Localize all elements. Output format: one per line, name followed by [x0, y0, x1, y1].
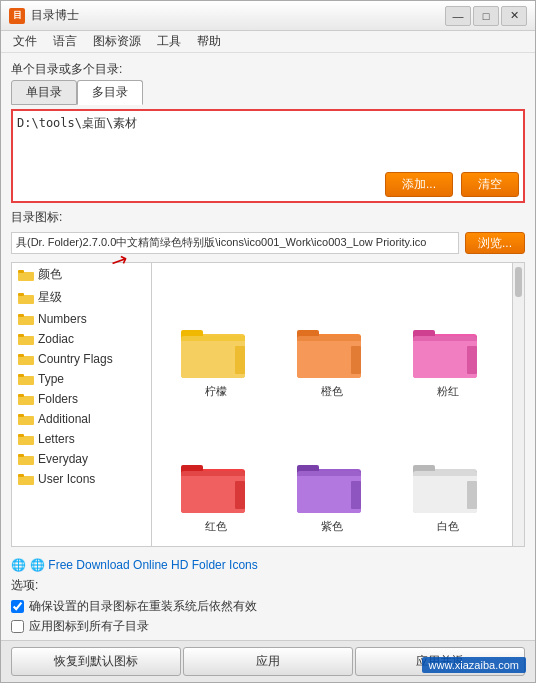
icon-cell-white[interactable]: 白色 [392, 407, 504, 539]
svg-rect-16 [18, 436, 34, 445]
list-item-additional[interactable]: Additional [12, 409, 151, 429]
list-item[interactable]: Everyday [12, 449, 151, 469]
free-download-link[interactable]: 🌐 🌐 Free Download Online HD Folder Icons [1, 555, 535, 575]
icon-grid-area: 柠檬 橙色 [152, 263, 512, 546]
menu-help[interactable]: 帮助 [189, 31, 229, 52]
svg-rect-14 [18, 416, 34, 425]
checkbox-subdir[interactable] [11, 620, 24, 633]
svg-rect-6 [18, 336, 34, 345]
svg-rect-51 [467, 481, 477, 509]
svg-rect-5 [18, 314, 24, 317]
minimize-button[interactable]: — [445, 6, 471, 26]
icon-label-pink: 粉红 [437, 384, 459, 399]
add-button[interactable]: 添加... [385, 172, 453, 197]
icon-label-purple: 紫色 [321, 519, 343, 534]
svg-rect-35 [413, 336, 477, 341]
scrollbar[interactable] [512, 263, 524, 546]
svg-rect-25 [181, 336, 245, 341]
list-item[interactable]: Zodiac [12, 329, 151, 349]
svg-rect-11 [18, 374, 24, 377]
list-item[interactable]: 颜色 [12, 263, 151, 286]
icon-path-display: 具(Dr. Folder)2.7.0.0中文精简绿色特别版\icons\ico0… [11, 232, 459, 254]
restore-default-button[interactable]: 恢复到默认图标 [11, 647, 181, 676]
svg-rect-18 [18, 456, 34, 465]
list-item[interactable]: Letters [12, 429, 151, 449]
main-content: 单个目录或多个目录: 单目录 多目录 D:\tools\桌面\素材 添加... … [1, 53, 535, 555]
icon-browser: 颜色 星级 Numbers Zodiac [11, 262, 525, 547]
close-button[interactable]: ✕ [501, 6, 527, 26]
svg-rect-7 [18, 334, 24, 337]
menu-language[interactable]: 语言 [45, 31, 85, 52]
title-bar: 目 目录博士 — □ ✕ [1, 1, 535, 31]
watermark: www.xiazaiba.com [422, 657, 526, 673]
icon-path-row: 具(Dr. Folder)2.7.0.0中文精简绿色特别版\icons\ico0… [11, 232, 525, 254]
tab-single[interactable]: 单目录 [11, 80, 77, 105]
svg-rect-36 [467, 346, 477, 374]
icon-category-list: 颜色 星级 Numbers Zodiac [12, 263, 152, 546]
icon-section: 目录图标: 具(Dr. Folder)2.7.0.0中文精简绿色特别版\icon… [11, 209, 525, 547]
menu-icons[interactable]: 图标资源 [85, 31, 149, 52]
tab-row: 单目录 多目录 [11, 80, 525, 105]
svg-rect-13 [18, 394, 24, 397]
checkbox-row-2: 应用图标到所有子目录 [11, 618, 525, 635]
svg-rect-46 [351, 481, 361, 509]
checkbox-subdir-label: 应用图标到所有子目录 [29, 618, 149, 635]
svg-rect-31 [351, 346, 361, 374]
svg-rect-12 [18, 396, 34, 405]
tab-multi[interactable]: 多目录 [77, 80, 143, 105]
icon-label-white: 白色 [437, 519, 459, 534]
options-section: 选项: 确保设置的目录图标在重装系统后依然有效 应用图标到所有子目录 [1, 575, 535, 640]
icon-label-yellow: 柠檬 [205, 384, 227, 399]
checkbox-preserve-label: 确保设置的目录图标在重装系统后依然有效 [29, 598, 257, 615]
apply-button[interactable]: 应用 [183, 647, 353, 676]
directory-section: 单个目录或多个目录: 单目录 多目录 D:\tools\桌面\素材 添加... … [11, 61, 525, 203]
menu-bar: 文件 语言 图标资源 工具 帮助 [1, 31, 535, 53]
icon-cell-red[interactable]: 红色 [160, 407, 272, 539]
icon-cell-pink[interactable]: 粉红 [392, 271, 504, 403]
window-title: 目录博士 [31, 7, 445, 24]
list-item[interactable]: Numbers [12, 309, 151, 329]
icon-section-label: 目录图标: [11, 209, 525, 226]
list-item-user-icons[interactable]: User Icons [12, 469, 151, 489]
list-item-country-flags[interactable]: Country Flags [12, 349, 151, 369]
globe-icon: 🌐 [11, 558, 26, 572]
list-item[interactable]: Type [12, 369, 151, 389]
svg-rect-45 [297, 471, 361, 476]
svg-rect-40 [181, 471, 245, 476]
app-icon: 目 [9, 8, 25, 24]
icon-cell-purple[interactable]: 紫色 [276, 407, 388, 539]
svg-rect-26 [235, 346, 245, 374]
svg-rect-9 [18, 354, 24, 357]
svg-rect-19 [18, 454, 24, 457]
path-input-box: D:\tools\桌面\素材 添加... 清空 [11, 109, 525, 203]
icon-cell-orange[interactable]: 橙色 [276, 271, 388, 403]
list-item[interactable]: 星级 [12, 286, 151, 309]
svg-rect-15 [18, 414, 24, 417]
svg-rect-0 [18, 272, 34, 281]
svg-rect-8 [18, 356, 34, 365]
clear-button[interactable]: 清空 [461, 172, 519, 197]
list-item[interactable]: Folders [12, 389, 151, 409]
browse-button[interactable]: 浏览... [465, 232, 525, 254]
svg-rect-30 [297, 336, 361, 341]
input-buttons: 添加... 清空 [17, 172, 519, 197]
svg-rect-2 [18, 295, 34, 304]
icon-cell-yellow[interactable]: 柠檬 [160, 271, 272, 403]
svg-rect-3 [18, 293, 24, 296]
svg-rect-50 [413, 471, 477, 476]
svg-rect-10 [18, 376, 34, 385]
svg-rect-17 [18, 434, 24, 437]
svg-rect-21 [18, 474, 24, 477]
menu-file[interactable]: 文件 [5, 31, 45, 52]
svg-rect-20 [18, 476, 34, 485]
icon-label-red: 红色 [205, 519, 227, 534]
svg-rect-41 [235, 481, 245, 509]
path-textarea[interactable]: D:\tools\桌面\素材 [17, 115, 519, 165]
checkbox-preserve[interactable] [11, 600, 24, 613]
menu-tools[interactable]: 工具 [149, 31, 189, 52]
dir-section-label: 单个目录或多个目录: [11, 61, 525, 78]
svg-rect-4 [18, 316, 34, 325]
icon-grid: 柠檬 橙色 [152, 263, 512, 546]
window-controls: — □ ✕ [445, 6, 527, 26]
maximize-button[interactable]: □ [473, 6, 499, 26]
